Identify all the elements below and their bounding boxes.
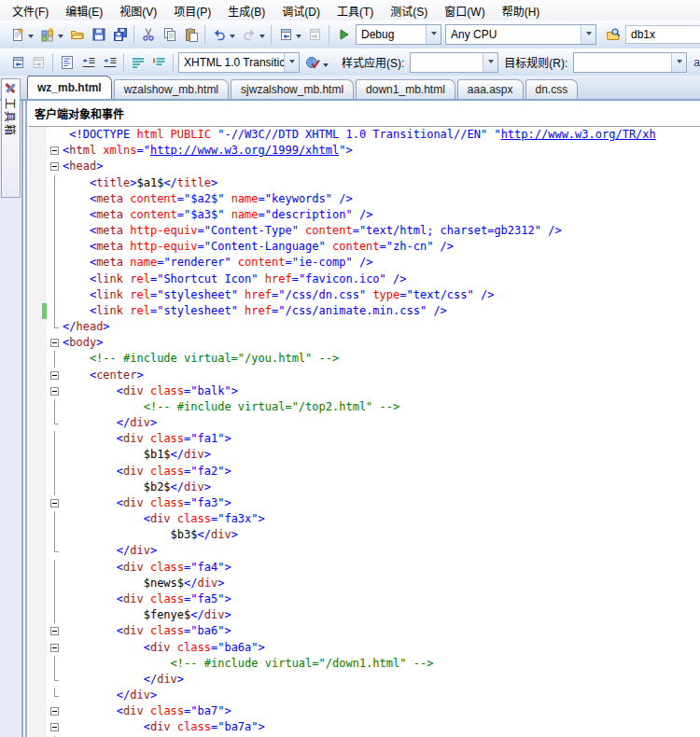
client-objects-dropdown[interactable]: 客户端对象和事件 [29,101,700,127]
code-text[interactable]: <div class="fa5"> [63,591,700,607]
code-line-8[interactable]: <meta http-equiv="Content-Language" cont… [29,239,700,255]
chevron-down-icon[interactable] [259,35,265,41]
menu-item-9[interactable]: 窗口(W) [436,0,493,21]
chevron-down-icon[interactable] [284,53,299,72]
fold-collapse-box[interactable] [47,143,63,159]
tab-dn.css[interactable]: dn.css [525,79,579,99]
code-text[interactable]: <link rel="stylesheet" href="/css/dn.css… [63,287,700,303]
code-line-17[interactable]: <div class="balk"> [29,383,700,399]
chevron-down-icon[interactable] [483,53,497,72]
code-line-38[interactable]: <div class="ba7a"> [29,719,700,735]
fold-collapse-box[interactable] [47,368,63,383]
code-line-11[interactable]: <link rel="stylesheet" href="/css/dn.css… [29,287,700,303]
fold-collapse-box[interactable] [47,335,63,351]
menu-item-7[interactable]: 工具(T) [329,0,382,21]
code-text[interactable]: <div class="fa1"> [63,431,700,447]
code-text[interactable]: <!-- #include virtual="/down1.html" --> [63,656,700,672]
fold-collapse-box[interactable] [47,703,63,719]
code-text[interactable]: <title>$a1$</title> [63,175,700,191]
code-line-36[interactable]: </div> [29,688,700,703]
tab-sjwzalshow_mb.html[interactable]: sjwzalshow_mb.html [231,79,354,99]
code-line-31[interactable]: $fenye$</div> [29,607,700,623]
menu-item-1[interactable]: 文件(F) [4,0,57,21]
format-document-button[interactable] [56,52,77,73]
code-line-4[interactable]: <title>$a1$</title> [29,175,700,191]
code-line-24[interactable]: <div class="fa3"> [29,495,700,511]
tab-down1_mb.html[interactable]: down1_mb.html [356,79,455,99]
menu-item-6[interactable]: 调试(D) [273,0,329,21]
fold-collapse-box[interactable] [47,159,63,174]
code-text[interactable]: $news$</div> [63,576,700,591]
chevron-down-icon[interactable] [671,53,686,72]
code-text[interactable]: <meta http-equiv="Content-Type" content=… [63,223,700,239]
code-line-34[interactable]: <!-- #include virtual="/down1.html" --> [29,656,700,672]
menu-item-10[interactable]: 帮助(H) [494,0,549,21]
code-text[interactable]: <!-- #include virtual="/top2.html" --> [63,399,700,415]
solution-platform-combo[interactable]: Any CPU [445,24,596,45]
save-all-button[interactable] [109,24,131,45]
code-text[interactable]: <div class="balk"> [63,383,700,399]
tab-wzalshow_mb.html[interactable]: wzalshow_mb.html [114,79,229,99]
code-text[interactable]: <div class="ba6a"> [63,640,700,656]
code-line-35[interactable]: </div> [29,672,700,688]
navigate-backward-button[interactable] [7,52,28,73]
code-line-7[interactable]: <meta http-equiv="Content-Type" content=… [29,223,700,239]
code-line-9[interactable]: <meta name="renderer" content="ie-comp" … [29,255,700,271]
cut-button[interactable] [137,24,159,45]
find-combo-input[interactable] [625,25,700,44]
code-line-32[interactable]: <div class="ba6"> [29,623,700,639]
chevron-down-icon[interactable] [58,35,63,41]
code-line-19[interactable]: </div> [29,415,700,431]
code-line-2[interactable]: <html xmlns="http://www.w3.org/1999/xhtm… [29,143,700,159]
chevron-down-icon[interactable] [426,25,441,44]
code-text[interactable]: <div class="fa4"> [63,560,700,576]
toolbar-overflow-icon[interactable] [323,63,329,70]
code-line-16[interactable]: <center> [29,368,700,383]
code-text[interactable]: $b3$</div> [63,527,700,543]
chevron-down-icon[interactable] [296,35,301,41]
code-text[interactable]: <div class="fa2"> [63,464,700,480]
code-line-14[interactable]: <body> [29,335,700,351]
code-line-29[interactable]: $news$</div> [29,576,700,591]
code-text[interactable]: <div class="ba6"> [63,623,700,639]
tab-aaa.aspx[interactable]: aaa.aspx [457,79,524,99]
redo-button[interactable] [238,24,259,45]
code-text[interactable]: <!-- #include virtual="/you.html" --> [63,351,700,367]
code-text[interactable]: <meta content="$a3$" name="description" … [63,207,700,223]
target-rule-combo[interactable] [573,52,687,73]
code-text[interactable]: </div> [63,415,700,431]
decrease-indent-button[interactable] [77,52,99,73]
style-ab-icon[interactable]: ab [693,56,700,69]
code-line-12[interactable]: <link rel="stylesheet" href="/css/animat… [29,303,700,319]
code-text[interactable]: </div> [63,672,700,688]
code-text[interactable]: <div class="fa3x"> [63,511,700,527]
code-line-10[interactable]: <link rel="Shortcut Icon" href="favicon.… [29,271,700,287]
code-text[interactable]: <!DOCTYPE html PUBLIC "-//W3C//DTD XHTML… [63,127,700,143]
code-text[interactable]: <meta content="$a2$" name="keywords" /> [63,191,700,207]
toolbox-tab[interactable]: 工具箱 [1,78,21,198]
code-line-1[interactable]: <!DOCTYPE html PUBLIC "-//W3C//DTD XHTML… [29,127,700,143]
solution-configuration-combo[interactable]: Debug [356,24,441,45]
code-editor[interactable]: <!DOCTYPE html PUBLIC "-//W3C//DTD XHTML… [29,127,700,737]
menu-item-2[interactable]: 编辑(E) [57,0,111,21]
code-text[interactable]: <div class="ba7a"> [63,719,700,735]
increase-indent-button[interactable] [99,52,120,73]
code-line-20[interactable]: <div class="fa1"> [29,431,700,447]
menu-item-5[interactable]: 生成(B) [219,0,273,21]
chevron-down-icon[interactable] [581,25,595,44]
fold-collapse-box[interactable] [47,383,63,399]
add-new-item-button[interactable] [36,24,58,45]
style-apply-combo[interactable] [410,52,498,73]
code-text[interactable]: <body> [63,335,700,351]
fold-collapse-box[interactable] [47,719,63,735]
comment-button[interactable] [127,52,148,73]
code-line-22[interactable]: <div class="fa2"> [29,464,700,480]
code-line-37[interactable]: <div class="ba7"> [29,703,700,719]
code-text[interactable]: </div> [63,543,700,559]
menu-item-4[interactable]: 项目(P) [165,0,219,21]
code-line-5[interactable]: <meta content="$a2$" name="keywords" /> [29,191,700,207]
fold-collapse-box[interactable] [47,640,63,656]
code-line-26[interactable]: $b3$</div> [29,527,700,543]
code-line-30[interactable]: <div class="fa5"> [29,591,700,607]
code-line-25[interactable]: <div class="fa3x"> [29,511,700,527]
